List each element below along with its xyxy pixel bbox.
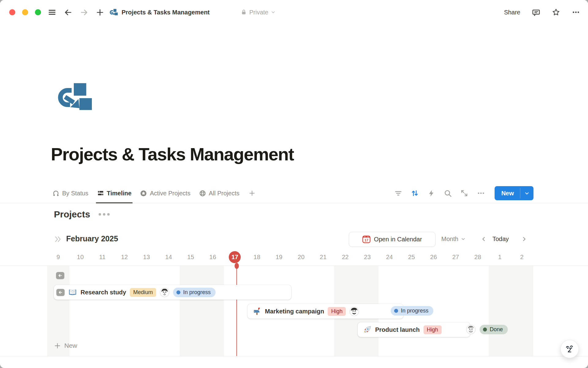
tab-label: Active Projects [150,190,190,197]
status-chip-in-progress: In progress [173,288,216,297]
project-card-research-study[interactable]: Research study Medium In progress [54,285,291,300]
minimize-window-button[interactable] [22,9,28,15]
open-in-calendar-button[interactable]: 17 Open in Calendar [349,232,435,247]
add-view-button[interactable] [244,183,260,203]
previous-period-icon[interactable] [481,232,487,246]
avatar-person-1 [160,288,169,297]
expand-icon[interactable] [460,189,469,197]
date-cell: 26 [423,249,445,265]
weekend-shade [202,266,224,356]
tab-all-projects[interactable]: All Projects [195,183,244,203]
chevron-down-icon [461,236,466,242]
add-timeline-item-button[interactable]: New [54,342,77,349]
chevron-down-icon [271,10,276,15]
date-cell: 2 [511,249,533,265]
add-item-label: New [64,342,77,349]
date-cell: 21 [312,249,334,265]
next-period-icon[interactable] [521,232,527,246]
plus-icon [54,342,61,349]
new-button-label: New [495,186,520,200]
date-cell: 25 [401,249,423,265]
project-card-product-launch[interactable]: Product launch High [358,322,470,337]
forward-icon[interactable] [80,8,88,17]
timeline-period-label: February 2025 [66,234,118,243]
notion-ai-button[interactable] [560,340,579,358]
star-circle-icon [140,190,147,197]
date-cell: 20 [290,249,312,265]
privacy-label: Private [249,9,268,16]
sort-icon[interactable] [411,189,419,197]
today-indicator-line [236,266,237,356]
tab-active-projects[interactable]: Active Projects [136,183,194,203]
open-book-icon [68,288,77,297]
timeline-bars-icon [97,190,104,197]
tab-timeline[interactable]: Timeline [93,183,136,203]
ellipsis-icon[interactable] [572,8,580,17]
status-dot [176,290,180,294]
sidebar-menu-icon[interactable] [48,8,56,17]
svg-text:17: 17 [364,238,368,242]
tab-by-status[interactable]: By Status [48,183,93,203]
search-icon[interactable] [444,189,452,197]
timeline-scale-dropdown[interactable]: Month [441,232,466,246]
calendar-icon: 17 [362,235,371,243]
date-cell: 10 [69,249,91,265]
scroll-to-item-left-button[interactable] [56,272,64,279]
globe-icon [199,190,206,197]
star-icon[interactable] [552,8,560,17]
date-cell: 27 [445,249,467,265]
collapse-sidebar-icon[interactable] [54,235,62,243]
automation-bolt-icon[interactable] [427,189,435,197]
priority-chip: High [328,307,346,316]
status-dot [394,309,398,313]
database-toolbar: New [394,183,533,203]
zoom-window-button[interactable] [35,9,41,15]
status-loop-icon [52,190,59,197]
date-cell: 18 [246,249,268,265]
new-tab-icon[interactable] [96,8,104,17]
scroll-to-item-left-button[interactable] [56,289,65,296]
date-cell: 13 [135,249,157,265]
date-cell: 19 [268,249,290,265]
weekend-shade [180,266,202,356]
close-window-button[interactable] [9,9,15,15]
today-button[interactable]: Today [492,232,509,246]
new-button[interactable]: New [495,186,533,200]
avatar-person-2 [349,307,359,316]
date-cell-today: 17 [224,249,246,265]
status-chip-in-progress: In progress [391,306,433,316]
project-title: Product launch [375,326,420,333]
timeline-scale-label: Month [441,236,458,243]
page-title[interactable]: Projects & Tasks Management [51,144,294,165]
timeline-date-strip: 9101112131415161718192021222324252627281… [0,249,588,265]
privacy-dropdown[interactable]: Private [241,0,276,25]
status-dot [483,328,487,332]
page-icon-logo[interactable] [58,83,92,112]
date-cell: 28 [467,249,489,265]
project-card-marketing-campaign[interactable]: Marketing campaign High [247,304,403,319]
lock-icon [241,9,247,15]
date-cell: 14 [158,249,180,265]
ellipsis-icon[interactable] [477,189,485,197]
share-button[interactable]: Share [504,9,520,16]
status-chip-done: Done [480,325,508,334]
back-icon[interactable] [64,8,72,17]
chevron-down-icon [524,191,530,196]
notion-window: Projects & Tasks Management Private Shar… [0,0,588,368]
mailbox-icon [253,307,261,316]
date-cell: 11 [91,249,113,265]
database-options-icon[interactable] [98,213,110,216]
date-cell: 16 [202,249,224,265]
tab-label: By Status [62,190,89,197]
timeline-header: February 2025 17 Open in Calendar Month … [0,232,588,247]
breadcrumb-page-title[interactable]: Projects & Tasks Management [122,9,210,16]
comment-icon[interactable] [532,8,540,17]
tab-label: All Projects [209,190,239,197]
date-cell: 22 [334,249,356,265]
window-titlebar: Projects & Tasks Management Private Shar… [0,0,588,25]
priority-chip: High [424,325,442,334]
new-button-chevron[interactable] [520,186,533,200]
rocket-icon [363,325,371,334]
filter-icon[interactable] [394,189,402,197]
ai-face-icon [564,344,575,354]
